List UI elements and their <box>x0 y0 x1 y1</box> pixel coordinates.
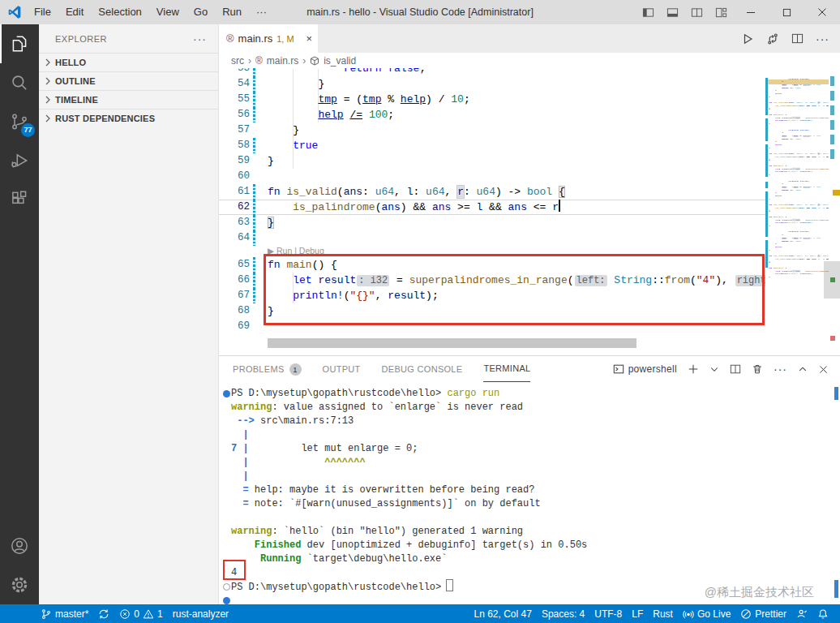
sidebar-item-extensions[interactable] <box>0 180 39 219</box>
code-line-59[interactable]: 59} <box>219 153 765 169</box>
chevron-down-icon[interactable] <box>709 364 719 374</box>
terminal-line[interactable]: PS D:\mysetup\gopath\rustcode\hello> car… <box>219 387 840 401</box>
sidebar-section-timeline[interactable]: TIMELINE <box>39 90 218 109</box>
breadcrumb-main-rs[interactable]: main.rs <box>267 55 298 67</box>
terminal-line[interactable]: 7 | let mut enlarge = 0; <box>219 442 840 456</box>
panel-tab-output[interactable]: OUTPUT <box>323 357 361 382</box>
codelens-run-debug[interactable]: ▶ Run | Debug <box>219 246 765 257</box>
sidebar-section-outline[interactable]: OUTLINE <box>39 71 218 90</box>
menu-go[interactable]: Go <box>186 0 215 24</box>
menu-[interactable]: ··· <box>249 0 274 24</box>
tab-main-rs[interactable]: ® main.rs 1, M × <box>219 24 318 53</box>
tab-close-icon[interactable]: × <box>306 32 312 45</box>
code-line-67[interactable]: 67 println!("{}", result); <box>219 288 765 303</box>
problems-status[interactable]: 0 1 <box>114 605 167 623</box>
terminal-line[interactable]: = help: maybe it is overwritten before b… <box>219 483 840 497</box>
chevron-up-icon[interactable] <box>798 364 808 374</box>
warning-count: 1 <box>157 608 163 620</box>
sidebar-section-rust-dependencies[interactable]: RUST DEPENDENCIES <box>39 109 218 127</box>
circle-slash-icon <box>740 608 752 620</box>
code-line-64[interactable]: 64 <box>219 230 765 246</box>
sync-button[interactable] <box>93 605 114 623</box>
code-line-55[interactable]: 55 tmp = (tmp % help) / 10; <box>219 92 765 107</box>
sidebar-item-source-control[interactable]: 77 <box>0 102 39 141</box>
terminal-line[interactable]: = note: `#[warn(unused_assignments)]` on… <box>219 497 840 511</box>
command-decoration-hollow[interactable] <box>223 583 230 591</box>
menu-selection[interactable]: Selection <box>91 0 148 24</box>
terminal-line[interactable]: --> src\main.rs:7:13 <box>219 415 840 428</box>
terminal-line[interactable]: Running `target\debug\hello.exe` <box>219 552 840 566</box>
feedback-icon <box>796 608 808 620</box>
terminal[interactable]: PS D:\mysetup\gopath\rustcode\hello> car… <box>219 382 840 604</box>
close-panel-icon[interactable] <box>818 364 829 375</box>
gear-icon <box>9 574 30 595</box>
panel-tab-debug-console[interactable]: DEBUG CONSOLE <box>382 357 463 382</box>
account-icon <box>9 535 30 556</box>
explorer-more-actions-button[interactable]: ··· <box>193 32 207 45</box>
line-number: 63 <box>219 215 250 230</box>
code-line-57[interactable]: 57 } <box>219 122 765 138</box>
sidebar-item-search[interactable] <box>0 63 39 102</box>
minimap[interactable]: return false; } tmp = (tmp % help) / 10;… <box>765 68 829 355</box>
code-line-58[interactable]: 58 true <box>219 138 765 153</box>
sidebar-item-run-and-debug[interactable] <box>0 141 39 180</box>
menu-file[interactable]: File <box>27 0 58 24</box>
source-control-badge: 77 <box>21 123 35 137</box>
accounts-button[interactable] <box>0 526 39 565</box>
terminal-line[interactable] <box>219 511 840 525</box>
panel-tab-problems[interactable]: PROBLEMS1 <box>233 357 302 382</box>
terminal-line[interactable]: Finished dev [unoptimized + debuginfo] t… <box>219 539 840 552</box>
trash-icon[interactable] <box>752 363 763 375</box>
command-decoration-filled[interactable] <box>223 597 230 604</box>
menu-edit[interactable]: Edit <box>58 0 91 24</box>
code-line-68[interactable]: 68} <box>219 303 765 319</box>
code-line-54[interactable]: 54 } <box>219 76 765 92</box>
sidebar-item-explorer[interactable] <box>0 24 39 63</box>
more-actions-icon[interactable]: ··· <box>816 32 829 45</box>
settings-button[interactable] <box>0 565 39 604</box>
terminal-line[interactable]: | <box>219 428 840 442</box>
code-line-62[interactable]: 62 is_palindrome(ans) && ans >= l && ans… <box>219 200 765 215</box>
more-actions-icon[interactable]: ··· <box>774 363 787 376</box>
layout-panel-icon[interactable] <box>660 0 684 24</box>
code-line-60[interactable]: 60 <box>219 169 765 184</box>
plus-icon[interactable] <box>688 363 699 375</box>
code-line-65[interactable]: 65fn main() { <box>219 257 765 273</box>
code-line-63[interactable]: 63} <box>219 215 765 230</box>
command-decoration-filled[interactable] <box>223 390 230 397</box>
terminal-line[interactable]: 4 <box>219 566 840 580</box>
breadcrumb-src[interactable]: src <box>231 55 244 67</box>
panel-tab-terminal[interactable]: TERMINAL <box>483 357 530 382</box>
menu-view[interactable]: View <box>149 0 186 24</box>
line-number: 59 <box>219 153 250 169</box>
split-terminal-icon[interactable] <box>730 363 741 375</box>
code-line-56[interactable]: 56 help /= 100; <box>219 107 765 122</box>
terminal-shell-selector[interactable]: powershell <box>613 363 677 375</box>
branch-status[interactable]: master* <box>36 605 93 623</box>
horizontal-scrollbar[interactable] <box>268 338 636 348</box>
shell-label: powershell <box>628 363 677 375</box>
minimize-icon[interactable] <box>733 0 769 24</box>
menu-run[interactable]: Run <box>215 0 249 24</box>
terminal-line[interactable]: | <box>219 470 840 483</box>
run-or-debug-icon[interactable] <box>766 32 779 45</box>
close-icon[interactable] <box>804 0 840 24</box>
split-editor-icon[interactable] <box>791 32 804 45</box>
activity-bar: 77 <box>0 24 39 604</box>
code-line-69[interactable]: 69 <box>219 319 765 334</box>
vertical-scrollbar[interactable] <box>824 261 840 299</box>
maximize-icon[interactable] <box>769 0 804 24</box>
terminal-line[interactable]: | ^^^^^^^ <box>219 456 840 470</box>
layout-grid-icon[interactable] <box>709 0 733 24</box>
code-line-61[interactable]: 61fn is_valid(ans: u64, l: u64, r: u64) … <box>219 184 765 200</box>
sidebar-section-hello[interactable]: HELLO <box>39 53 218 71</box>
layout-split-icon[interactable] <box>684 0 709 24</box>
code-editor[interactable]: 53 return false;54 }55 tmp = (tmp % help… <box>219 68 840 355</box>
code-line-53[interactable]: 53 return false; <box>219 68 765 76</box>
code-line-66[interactable]: 66 let result: i32 = superpalindromes_in… <box>219 273 765 288</box>
breadcrumb-is-valid[interactable]: is_valid <box>324 55 356 67</box>
run-icon[interactable] <box>741 32 754 45</box>
terminal-line[interactable]: warning: value assigned to `enlarge` is … <box>219 401 840 415</box>
layout-sidebar-icon[interactable] <box>636 0 660 24</box>
terminal-line[interactable]: warning: `hello` (bin "hello") generated… <box>219 525 840 539</box>
